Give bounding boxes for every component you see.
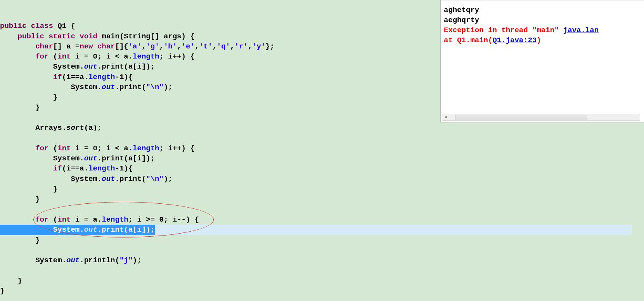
- console-line-2: aeghqrty: [444, 15, 644, 25]
- console-line-1: aghetqry: [444, 5, 644, 15]
- console-horizontal-scrollbar[interactable]: ◄: [442, 114, 640, 121]
- console-stacktrace-line: at Q1.main(Q1.java:23): [444, 35, 644, 45]
- scroll-left-icon[interactable]: ◄: [442, 114, 449, 120]
- exception-class-link[interactable]: java.lan: [563, 26, 599, 34]
- method-main: main: [102, 32, 119, 41]
- kw-public: public: [0, 22, 26, 30]
- console-output[interactable]: aghetqry aeghqrty Exception in thread "m…: [440, 0, 644, 122]
- console-exception-line: Exception in thread "main" java.lan: [444, 25, 644, 35]
- kw-class: class: [31, 22, 53, 30]
- stacktrace-link[interactable]: Q1.java:23: [492, 36, 537, 45]
- highlighted-line: System.out.print(a[i]);: [0, 225, 632, 234]
- class-name: Q1: [57, 22, 66, 30]
- scrollbar-thumb[interactable]: [455, 115, 587, 120]
